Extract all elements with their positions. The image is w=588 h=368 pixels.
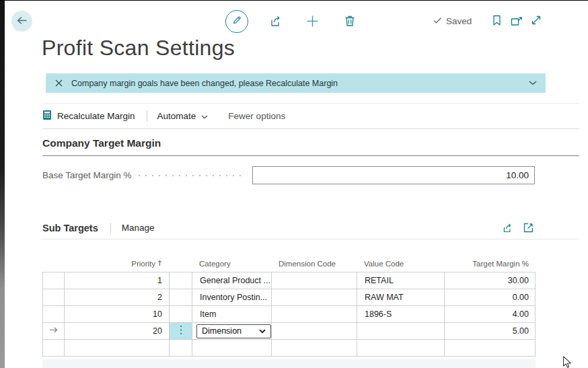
select-caret-icon — [259, 326, 266, 336]
open-in-new-window-button[interactable] — [511, 16, 523, 29]
priority-cell[interactable]: 1 — [65, 272, 170, 289]
column-header-value-code[interactable]: Value Code — [357, 260, 444, 268]
manage-menu-button[interactable]: Manage — [122, 223, 155, 233]
chevron-down-icon — [201, 111, 208, 121]
notification-message: Company margin goals have been changed, … — [71, 79, 338, 88]
fewer-options-label: Fewer options — [228, 111, 285, 121]
table-row-active: 20 Dimension 5.00 — [43, 323, 536, 340]
target-margin-cell[interactable]: 4.00 — [445, 306, 536, 323]
close-icon[interactable] — [55, 79, 63, 87]
grid-column-headers: Priority Category Dimension Code Value C… — [42, 256, 536, 272]
new-button[interactable] — [306, 15, 319, 30]
value-code-cell[interactable]: RETAIL — [357, 272, 445, 289]
toolbar-divider — [147, 110, 147, 122]
pencil-icon — [231, 15, 242, 28]
automate-label: Automate — [157, 111, 196, 121]
table-row: 1 General Product ... RETAIL 30.00 — [43, 272, 536, 289]
dimension-code-cell[interactable] — [272, 272, 357, 289]
row-selector-cell[interactable] — [43, 289, 65, 306]
active-row-arrow-icon — [49, 326, 58, 336]
row-menu-cell[interactable] — [170, 272, 192, 289]
row-menu-cell[interactable] — [170, 340, 192, 357]
base-target-margin-input[interactable]: 10.00 — [252, 166, 535, 184]
base-target-margin-label: Base Target Margin % — [42, 170, 132, 180]
table-row: 10 Item 1896-S 4.00 — [43, 306, 536, 323]
sort-ascending-icon — [157, 260, 162, 268]
mouse-cursor — [562, 356, 572, 368]
recalculate-margin-label: Recalculate Margin — [57, 111, 135, 121]
row-menu-cell[interactable] — [170, 306, 192, 323]
table-row-empty — [43, 340, 536, 357]
sub-targets-table: 1 General Product ... RETAIL 30.00 2 Inv… — [42, 272, 536, 357]
dimension-code-cell[interactable] — [272, 340, 357, 357]
chevron-down-icon[interactable] — [529, 81, 537, 85]
priority-cell[interactable]: 2 — [65, 289, 170, 306]
trash-icon — [344, 15, 355, 30]
automate-menu-button[interactable]: Automate — [157, 111, 209, 121]
row-selector-cell[interactable] — [43, 323, 65, 340]
vertical-ellipsis-icon — [180, 325, 182, 337]
diagonal-resize-icon — [531, 15, 542, 28]
column-header-dimension-code[interactable]: Dimension Code — [271, 260, 357, 268]
back-button[interactable] — [11, 11, 32, 32]
target-margin-cell[interactable] — [445, 340, 536, 357]
row-selector-cell[interactable] — [43, 340, 65, 357]
save-status-label: Saved — [446, 16, 472, 26]
category-cell[interactable]: Item — [192, 306, 272, 323]
company-target-margin-heading[interactable]: Company Target Margin — [42, 137, 579, 156]
value-code-cell[interactable] — [357, 340, 445, 357]
share-icon — [269, 15, 283, 30]
table-row: 2 Inventory Postin... RAW MAT 0.00 — [43, 289, 536, 306]
plus-icon — [306, 15, 319, 30]
dimension-code-cell[interactable] — [272, 306, 357, 323]
sub-targets-heading: Sub Targets — [42, 223, 98, 233]
value-code-cell[interactable] — [357, 323, 445, 340]
priority-cell[interactable]: 10 — [65, 306, 170, 323]
save-status: Saved — [433, 16, 472, 26]
edit-button[interactable] — [225, 10, 248, 33]
row-selector-cell[interactable] — [43, 306, 65, 323]
share-list-button[interactable] — [502, 223, 513, 233]
column-header-category[interactable]: Category — [192, 260, 271, 268]
fewer-options-button[interactable]: Fewer options — [228, 111, 285, 121]
checkmark-icon — [433, 16, 442, 26]
recalculate-margin-button[interactable]: Recalculate Margin — [42, 110, 135, 122]
category-cell[interactable] — [192, 340, 272, 357]
row-menu-cell[interactable] — [170, 289, 192, 306]
column-header-target-margin[interactable]: Target Margin % — [472, 260, 535, 268]
sub-targets-bar: Sub Targets Manage — [42, 217, 579, 240]
window-new-icon — [511, 16, 523, 29]
delete-button[interactable] — [344, 15, 355, 30]
page-title: Profit Scan Settings — [42, 36, 235, 61]
dotted-leader — [139, 175, 244, 176]
subbar-divider — [110, 223, 111, 233]
target-margin-cell[interactable]: 30.00 — [445, 272, 536, 289]
dimension-code-cell[interactable] — [272, 289, 357, 306]
share-button[interactable] — [269, 15, 283, 30]
profit-scan-settings-page: Saved Profit Scan Settings Company margi… — [0, 0, 588, 368]
row-menu-cell[interactable] — [170, 323, 192, 340]
row-selector-cell[interactable] — [43, 272, 65, 289]
notification-banner[interactable]: Company margin goals have been changed, … — [46, 73, 546, 93]
category-cell-active: Dimension — [192, 323, 272, 340]
target-margin-cell[interactable]: 5.00 — [445, 323, 536, 340]
bookmark-button[interactable] — [492, 15, 501, 29]
category-cell[interactable]: Inventory Postin... — [192, 289, 272, 306]
edit-list-button[interactable] — [523, 223, 534, 233]
action-toolbar: Recalculate Margin Automate Fewer option… — [42, 103, 579, 129]
column-header-priority[interactable]: Priority — [131, 260, 169, 268]
value-code-cell[interactable]: 1896-S — [357, 306, 445, 323]
dimension-code-cell[interactable] — [272, 323, 357, 340]
category-select[interactable]: Dimension — [196, 324, 271, 338]
base-target-margin-field-row: Base Target Margin % 10.00 — [42, 166, 535, 184]
expand-button[interactable] — [531, 15, 542, 28]
calculator-icon — [42, 110, 52, 122]
priority-cell[interactable] — [65, 340, 170, 357]
target-margin-cell[interactable]: 0.00 — [445, 289, 536, 306]
category-cell[interactable]: General Product ... — [192, 272, 272, 289]
priority-cell[interactable]: 20 — [65, 323, 170, 340]
bookmark-icon — [492, 15, 501, 29]
grid-footer-strip — [42, 359, 536, 368]
value-code-cell[interactable]: RAW MAT — [357, 289, 445, 306]
window-edge-strip — [0, 1, 5, 368]
